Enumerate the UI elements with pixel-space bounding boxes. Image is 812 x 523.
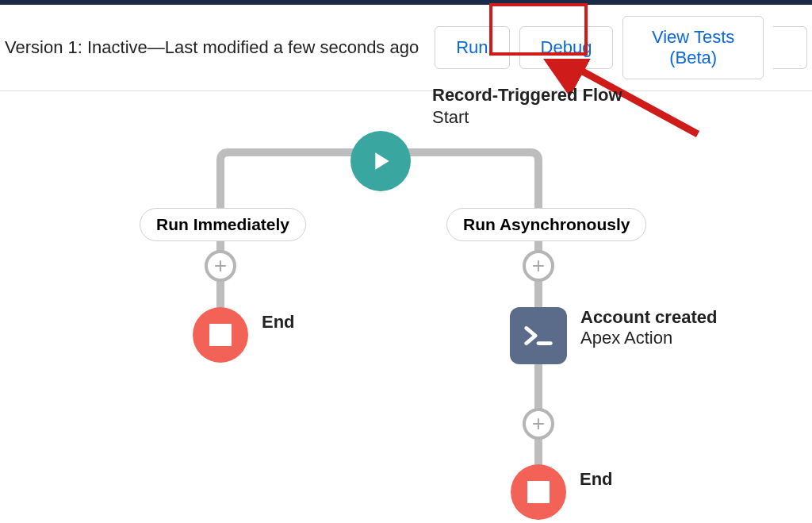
header-button-group: Run Debug View Tests (Beta) (435, 16, 807, 79)
branch-run-immediately[interactable]: Run Immediately (140, 208, 306, 241)
svg-marker-4 (375, 152, 389, 169)
start-subtitle: Start (432, 107, 469, 128)
overflow-button[interactable] (773, 26, 807, 69)
start-title: Record-Triggered Flow (432, 85, 622, 106)
version-status: Version 1: Inactive—Last modified a few … (5, 37, 419, 58)
run-button[interactable]: Run (435, 26, 509, 69)
header-bar: Version 1: Inactive—Last modified a few … (0, 5, 812, 91)
end-node-left[interactable] (193, 307, 248, 363)
apex-action-node[interactable] (510, 307, 567, 364)
apex-action-subtitle: Apex Action (580, 328, 717, 348)
end-label-left: End (262, 312, 295, 333)
apex-action-labels: Account created Apex Action (580, 307, 717, 348)
end-label-right: End (580, 469, 613, 490)
add-element-right-1[interactable]: + (523, 250, 554, 282)
add-element-left[interactable]: + (205, 250, 236, 282)
view-tests-button[interactable]: View Tests (Beta) (622, 16, 763, 79)
apex-action-title: Account created (580, 307, 717, 328)
terminal-icon (520, 317, 557, 354)
end-node-right[interactable] (511, 464, 566, 520)
play-icon (368, 148, 393, 174)
start-node[interactable] (350, 131, 411, 191)
branch-run-asynchronously[interactable]: Run Asynchronously (446, 208, 646, 241)
add-element-right-2[interactable]: + (523, 408, 554, 440)
flow-canvas[interactable]: Record-Triggered Flow Start Run Immediat… (0, 91, 812, 523)
debug-button[interactable]: Debug (519, 26, 614, 69)
